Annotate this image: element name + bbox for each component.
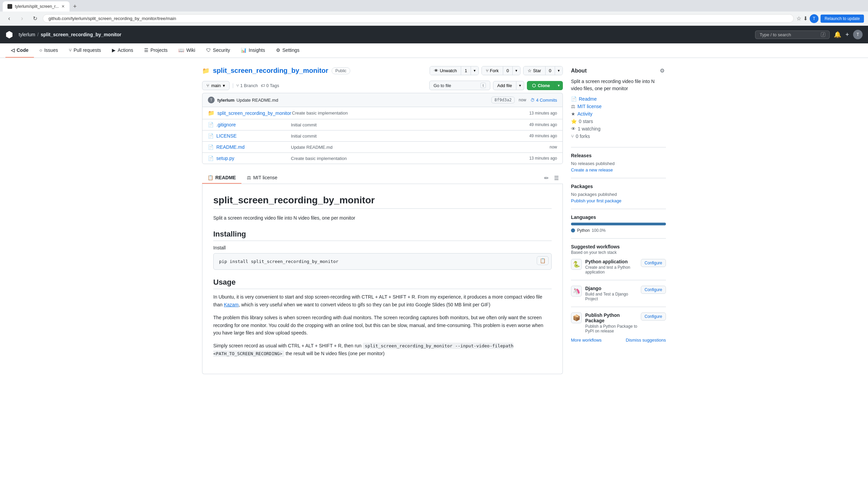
fork-button[interactable]: ⑂ Fork xyxy=(482,66,503,75)
address-bar-container[interactable]: github.com/tylerlum/split_screen_recordi… xyxy=(43,14,794,23)
add-file-caret[interactable]: ▾ xyxy=(516,81,524,90)
repo-link[interactable]: split_screen_recording_by_monitor xyxy=(41,32,121,37)
nav-projects[interactable]: ☰ Projects xyxy=(139,43,173,58)
file-name-folder[interactable]: split_screen_recording_by_monitor xyxy=(217,110,292,116)
pr-icon: ⑂ xyxy=(69,47,72,53)
watch-button[interactable]: 👁 Unwatch xyxy=(430,66,461,75)
publish-configure-button[interactable]: Configure xyxy=(641,312,666,321)
active-tab[interactable]: tylerlum/split_screen_r... ✕ xyxy=(3,1,70,12)
user-avatar[interactable]: T xyxy=(853,30,863,39)
add-file-button[interactable]: Add file xyxy=(493,81,516,90)
django-configure-button[interactable]: Configure xyxy=(641,286,666,294)
django-workflow-icon: 🦄 xyxy=(571,286,582,297)
nav-settings[interactable]: ⚙ Settings xyxy=(271,43,305,58)
star-count-button[interactable]: 0 xyxy=(546,66,555,75)
breadcrumb: tylerlum / split_screen_recording_by_mon… xyxy=(19,32,121,37)
bookmark-icon[interactable]: ☆ xyxy=(796,15,801,22)
github-logo-icon[interactable]: ⬢ xyxy=(5,29,13,40)
nav-insights[interactable]: 📊 Insights xyxy=(235,43,270,58)
dismiss-workflows-link[interactable]: Dismiss suggestions xyxy=(626,338,666,343)
global-search[interactable]: Type / to search / xyxy=(755,30,830,39)
kazam-link[interactable]: Kazam xyxy=(224,302,239,307)
commits-count-link[interactable]: ⏱ 4 Commits xyxy=(530,98,557,103)
publish-package-link[interactable]: Publish your first package xyxy=(571,198,666,203)
new-tab-button[interactable]: + xyxy=(70,2,79,11)
nav-actions[interactable]: ▶ Actions xyxy=(106,43,139,58)
code-block-install: pip install split_screen_recording_by_mo… xyxy=(213,253,552,270)
reload-button[interactable]: ↻ xyxy=(30,14,40,24)
copy-code-button[interactable]: 📋 xyxy=(537,256,549,265)
branch-count[interactable]: ⑂ 1 Branch xyxy=(236,83,258,88)
commit-hash-button[interactable]: 8f9d3a2 xyxy=(491,97,515,103)
packages-title: Packages xyxy=(571,184,666,189)
about-section: About ⚙ Split a screen recording video f… xyxy=(571,66,666,139)
clone-button[interactable]: ⬡ Clone xyxy=(527,81,555,90)
profile-avatar[interactable]: T xyxy=(810,14,818,23)
forward-button[interactable]: › xyxy=(17,14,27,24)
commit-message[interactable]: Update README.md xyxy=(237,98,278,103)
readme-content: split_screen_recording_by_monitor Split … xyxy=(202,184,563,374)
readme-tab-license[interactable]: ⚖ MIT license xyxy=(241,172,283,184)
list-readme-button[interactable]: ☰ xyxy=(553,174,560,183)
nav-actions-label: Actions xyxy=(118,47,133,53)
nav-code[interactable]: ◁ Code xyxy=(5,43,34,58)
public-badge: Public xyxy=(332,67,350,74)
workflow-footer: More workflows Dismiss suggestions xyxy=(571,338,666,343)
about-activity-link[interactable]: ★ Activity xyxy=(571,111,666,117)
nav-wiki[interactable]: 📖 Wiki xyxy=(173,43,200,58)
readme-subtitle: Split a screen recording video file into… xyxy=(213,214,552,222)
relaunch-button[interactable]: Relaunch to update xyxy=(821,15,864,23)
activity-icon: ★ xyxy=(571,111,575,117)
star-button[interactable]: ☆ Star xyxy=(524,66,546,75)
back-button[interactable]: ‹ xyxy=(4,14,14,24)
edit-readme-button[interactable]: ✏ xyxy=(543,174,550,183)
file-name-readme[interactable]: README.md xyxy=(216,144,291,150)
nav-insights-label: Insights xyxy=(249,47,265,53)
python-workflow-icon: 🐍 xyxy=(571,259,582,270)
commit-author[interactable]: tylerlum xyxy=(217,98,235,103)
star-icon: ☆ xyxy=(528,68,532,73)
tag-count[interactable]: 🏷 0 Tags xyxy=(261,83,279,88)
readme-usage-para2: The problem this library solves is when … xyxy=(213,314,552,337)
django-workflow-desc: Build and Test a Django Project xyxy=(585,292,637,301)
readme-tab-readme[interactable]: 📋 README xyxy=(202,172,241,184)
about-license-link[interactable]: ⚖ MIT license xyxy=(571,104,666,109)
workflows-title: Suggested workflows xyxy=(571,244,666,249)
star-caret-button[interactable]: ▾ xyxy=(555,66,563,75)
nav-pull-requests[interactable]: ⑂ Pull requests xyxy=(63,43,106,58)
notifications-icon[interactable]: 🔔 xyxy=(834,31,841,38)
security-icon: 🛡 xyxy=(206,47,211,53)
file-name-gitignore[interactable]: .gitignore xyxy=(216,122,291,127)
python-lang-segment xyxy=(571,223,666,225)
goto-file-button[interactable]: Go to file t xyxy=(429,81,490,90)
keyboard-shortcut: t xyxy=(480,83,486,88)
tab-close-icon[interactable]: ✕ xyxy=(61,4,65,9)
plus-icon[interactable]: + xyxy=(845,31,849,38)
fork-caret-button[interactable]: ▾ xyxy=(512,66,520,75)
file-name-setup[interactable]: setup.py xyxy=(216,156,291,161)
python-configure-button[interactable]: Configure xyxy=(641,259,666,267)
download-icon[interactable]: ⬇ xyxy=(803,15,808,22)
file-desc-folder: Create basic implementation xyxy=(292,110,529,116)
watch-count-button[interactable]: 1 xyxy=(461,66,470,75)
user-link[interactable]: tylerlum xyxy=(19,32,35,37)
about-stars-count: ⭐ 0 stars xyxy=(571,119,666,124)
file-row-license: 📄 LICENSE Initial commit 49 minutes ago xyxy=(202,130,563,142)
file-name-license[interactable]: LICENSE xyxy=(216,133,291,139)
file-row-setup: 📄 setup.py Create basic implementation 1… xyxy=(202,153,563,164)
repo-name[interactable]: split_screen_recording_by_monitor xyxy=(213,67,328,75)
fork-label: Fork xyxy=(490,68,499,73)
branch-selector[interactable]: ⑂ main ▾ xyxy=(202,81,230,90)
about-settings-button[interactable]: ⚙ xyxy=(658,66,666,75)
clone-caret[interactable]: ▾ xyxy=(555,81,563,90)
create-release-link[interactable]: Create a new release xyxy=(571,167,666,172)
nav-security[interactable]: 🛡 Security xyxy=(201,43,236,58)
about-readme-link[interactable]: 📄 Readme xyxy=(571,96,666,102)
branch-icon: ⑂ xyxy=(206,83,209,88)
more-workflows-link[interactable]: More workflows xyxy=(571,338,601,343)
code-install: pip install split_screen_recording_by_mo… xyxy=(219,259,338,264)
nav-issues[interactable]: ○ Issues xyxy=(34,43,63,58)
django-workflow-name: Django xyxy=(585,286,637,291)
fork-count-button[interactable]: 0 xyxy=(503,66,512,75)
watch-caret-button[interactable]: ▾ xyxy=(471,66,478,75)
